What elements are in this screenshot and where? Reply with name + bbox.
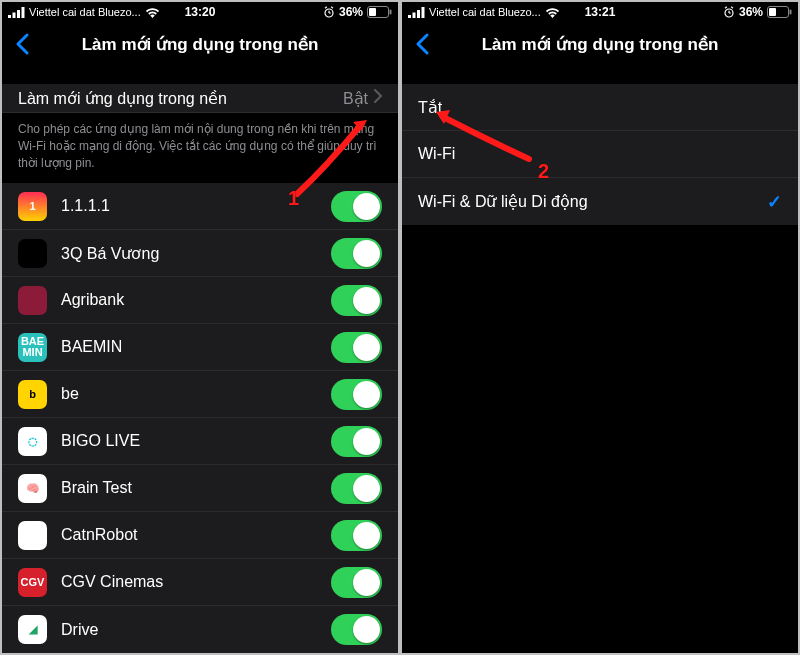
app-name-label: 3Q Bá Vương xyxy=(61,244,331,263)
app-toggle[interactable] xyxy=(331,238,382,269)
app-name-label: Drive xyxy=(61,621,331,639)
svg-rect-10 xyxy=(369,8,376,16)
app-icon: CGV xyxy=(18,568,47,597)
app-name-label: CGV Cinemas xyxy=(61,573,331,591)
app-name-label: be xyxy=(61,385,331,403)
left-screenshot: Viettel cai dat Bluezo... 13:20 36% Làm … xyxy=(2,2,398,653)
app-icon xyxy=(18,286,47,315)
checkmark-icon: ✓ xyxy=(767,191,782,213)
nav-header: Làm mới ứng dụng trong nền xyxy=(2,22,398,66)
svg-rect-24 xyxy=(790,10,792,15)
app-icon: 1 xyxy=(18,192,47,221)
refresh-option-row[interactable]: Wi-Fi xyxy=(402,131,798,178)
svg-rect-11 xyxy=(390,10,392,15)
app-row: 3Q Bá Vương xyxy=(2,230,398,277)
section-footer: Cho phép các ứng dụng làm mới nội dung t… xyxy=(2,113,398,171)
app-icon xyxy=(18,239,47,268)
right-screenshot: Viettel cai dat Bluezo... 13:21 36% Làm … xyxy=(402,2,798,653)
battery-percent: 36% xyxy=(339,5,363,19)
svg-rect-14 xyxy=(413,12,416,18)
refresh-option-row[interactable]: Tắt xyxy=(402,84,798,131)
svg-line-8 xyxy=(331,7,333,8)
svg-line-21 xyxy=(731,7,733,8)
app-name-label: BAEMIN xyxy=(61,338,331,356)
svg-line-7 xyxy=(325,7,327,8)
background-refresh-master-row[interactable]: Làm mới ứng dụng trong nền Bật xyxy=(2,84,398,113)
app-name-label: Brain Test xyxy=(61,479,331,497)
option-label: Wi-Fi & Dữ liệu Di động xyxy=(418,192,767,211)
app-row: ◢Drive xyxy=(2,606,398,653)
app-toggle[interactable] xyxy=(331,567,382,598)
app-row: CGVCGV Cinemas xyxy=(2,559,398,606)
battery-percent: 36% xyxy=(739,5,763,19)
svg-rect-3 xyxy=(22,7,25,18)
wifi-icon xyxy=(145,7,160,18)
alarm-icon xyxy=(323,6,335,18)
app-icon: ◢ xyxy=(18,615,47,644)
refresh-option-row[interactable]: Wi-Fi & Dữ liệu Di động✓ xyxy=(402,178,798,225)
app-toggle[interactable] xyxy=(331,614,382,645)
app-row: 11.1.1.1 xyxy=(2,183,398,230)
app-toggle[interactable] xyxy=(331,379,382,410)
page-title: Làm mới ứng dụng trong nền xyxy=(402,34,798,55)
app-name-label: CatnRobot xyxy=(61,526,331,544)
app-row: bbe xyxy=(2,371,398,418)
svg-rect-0 xyxy=(8,15,11,18)
svg-line-20 xyxy=(725,7,727,8)
battery-icon xyxy=(367,6,392,18)
app-row: CatnRobot xyxy=(2,512,398,559)
app-icon: ◌ xyxy=(18,427,47,456)
app-toggle[interactable] xyxy=(331,285,382,316)
app-icon: BAE MIN xyxy=(18,333,47,362)
app-toggle[interactable] xyxy=(331,520,382,551)
status-bar: Viettel cai dat Bluezo... 13:20 36% xyxy=(2,2,398,22)
svg-rect-15 xyxy=(417,10,420,18)
svg-rect-23 xyxy=(769,8,776,16)
wifi-icon xyxy=(545,7,560,18)
svg-rect-13 xyxy=(408,15,411,18)
app-toggle[interactable] xyxy=(331,426,382,457)
page-title: Làm mới ứng dụng trong nền xyxy=(2,34,398,55)
app-row: BAE MINBAEMIN xyxy=(2,324,398,371)
svg-rect-16 xyxy=(422,7,425,18)
app-name-label: BIGO LIVE xyxy=(61,432,331,450)
app-icon xyxy=(18,521,47,550)
svg-rect-1 xyxy=(13,12,16,18)
svg-rect-2 xyxy=(17,10,20,18)
nav-header: Làm mới ứng dụng trong nền xyxy=(402,22,798,66)
app-list: 11.1.1.13Q Bá VươngAgribankBAE MINBAEMIN… xyxy=(2,183,398,653)
app-toggle[interactable] xyxy=(331,473,382,504)
signal-icon xyxy=(408,7,425,18)
app-row: Agribank xyxy=(2,277,398,324)
app-name-label: 1.1.1.1 xyxy=(61,197,331,215)
option-label: Wi-Fi xyxy=(418,145,782,163)
option-list: TắtWi-FiWi-Fi & Dữ liệu Di động✓ xyxy=(402,84,798,225)
app-icon: 🧠 xyxy=(18,474,47,503)
battery-icon xyxy=(767,6,792,18)
clock-text: 13:20 xyxy=(185,5,216,19)
master-row-value: Bật xyxy=(343,89,368,108)
chevron-right-icon xyxy=(374,89,382,107)
alarm-icon xyxy=(723,6,735,18)
carrier-text: Viettel cai dat Bluezo... xyxy=(29,6,141,18)
signal-icon xyxy=(8,7,25,18)
app-toggle[interactable] xyxy=(331,332,382,363)
carrier-text: Viettel cai dat Bluezo... xyxy=(429,6,541,18)
clock-text: 13:21 xyxy=(585,5,616,19)
status-bar: Viettel cai dat Bluezo... 13:21 36% xyxy=(402,2,798,22)
app-icon: b xyxy=(18,380,47,409)
app-name-label: Agribank xyxy=(61,291,331,309)
app-toggle[interactable] xyxy=(331,191,382,222)
master-row-label: Làm mới ứng dụng trong nền xyxy=(18,89,343,108)
app-row: 🧠Brain Test xyxy=(2,465,398,512)
option-label: Tắt xyxy=(418,98,782,117)
app-row: ◌BIGO LIVE xyxy=(2,418,398,465)
